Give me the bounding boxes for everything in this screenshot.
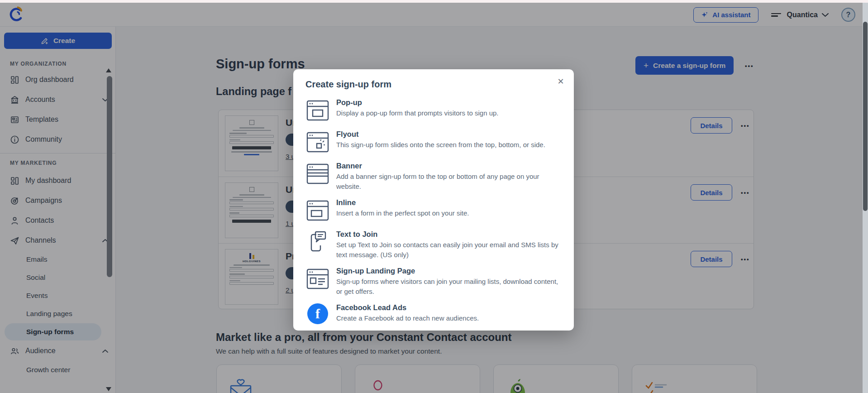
- option-facebook-lead-ads[interactable]: f Facebook Lead Ads Create a Facebook ad…: [305, 303, 562, 324]
- option-name: Inline: [336, 198, 562, 207]
- option-description: Sign-up forms where visitors can join yo…: [336, 277, 562, 296]
- close-icon[interactable]: ✕: [555, 76, 567, 87]
- inline-window-icon: [305, 198, 330, 223]
- option-name: Banner: [336, 162, 562, 170]
- window-top-strip: [0, 0, 868, 3]
- option-name: Pop-up: [336, 98, 562, 107]
- flyout-window-icon: [305, 130, 330, 154]
- option-banner[interactable]: Banner Add a banner sign-up form to the …: [305, 162, 562, 191]
- modal-title: Create sign-up form: [305, 79, 562, 90]
- facebook-icon: f: [305, 303, 330, 324]
- page-scrollbar[interactable]: [863, 3, 868, 393]
- option-description: Add a banner sign-up form to the top or …: [336, 172, 562, 191]
- option-name: Facebook Lead Ads: [336, 303, 562, 312]
- option-description: Create a Facebook ad to reach new audien…: [336, 313, 562, 323]
- create-sign-up-form-modal: Create sign-up form ✕ Pop-up Display a p…: [293, 69, 574, 331]
- page-scrollbar-thumb[interactable]: [863, 22, 868, 211]
- option-description: Set up Text to Join so contacts can easi…: [336, 240, 562, 259]
- option-text-to-join[interactable]: Text to Join Set up Text to Join so cont…: [305, 230, 562, 259]
- option-flyout[interactable]: Flyout This sign-up form slides onto the…: [305, 130, 562, 154]
- option-name: Sign-up Landing Page: [336, 267, 562, 275]
- option-name: Text to Join: [336, 230, 562, 239]
- option-inline[interactable]: Inline Insert a form in the perfect spot…: [305, 198, 562, 223]
- banner-window-icon: [305, 162, 330, 191]
- option-description: This sign-up form slides onto the screen…: [336, 140, 562, 150]
- landing-page-icon: [305, 267, 330, 296]
- option-sign-up-landing-page[interactable]: Sign-up Landing Page Sign-up forms where…: [305, 267, 562, 296]
- option-name: Flyout: [336, 130, 562, 139]
- option-description: Insert a form in the perfect spot on you…: [336, 208, 562, 218]
- option-pop-up[interactable]: Pop-up Display a pop-up form that prompt…: [305, 98, 562, 123]
- popup-window-icon: [305, 98, 330, 123]
- option-description: Display a pop-up form that prompts visit…: [336, 108, 562, 118]
- text-to-join-icon: [305, 230, 330, 259]
